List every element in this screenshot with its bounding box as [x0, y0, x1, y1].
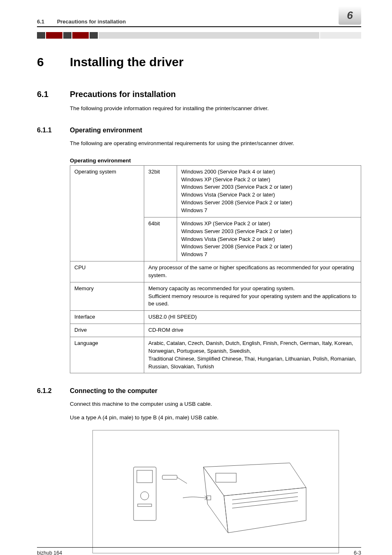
- running-header-title: Precautions for installation: [57, 18, 126, 25]
- footer-left: bizhub 164: [37, 550, 62, 555]
- header-rule: [37, 26, 361, 27]
- os-32-value: Windows 2000 (Service Pack 4 or later) W…: [177, 165, 361, 217]
- svg-point-10: [141, 492, 149, 500]
- interface-value: USB2.0 (HI SPEED): [144, 311, 361, 324]
- svg-marker-0: [203, 463, 306, 496]
- svg-line-3: [232, 493, 298, 500]
- section-heading-title: Precautions for installation: [70, 90, 176, 99]
- subsection-611-number: 6.1.1: [37, 127, 70, 134]
- os-label: Operating system: [70, 165, 144, 261]
- os-32-label: 32bit: [144, 165, 177, 217]
- cpu-label: CPU: [70, 261, 144, 282]
- chapter-heading-title: Installing the driver: [70, 55, 184, 69]
- table-row: Drive CD-ROM drive: [70, 324, 361, 337]
- interface-label: Interface: [70, 311, 144, 324]
- table-row: CPU Any processor of the same or higher …: [70, 261, 361, 282]
- language-value: Arabic, Catalan, Czech, Danish, Dutch, E…: [144, 337, 361, 373]
- memory-value: Memory capacity as recommended for your …: [144, 282, 361, 311]
- drive-value: CD-ROM drive: [144, 324, 361, 337]
- operating-environment-table: Operating system 32bit Windows 2000 (Ser…: [70, 165, 361, 374]
- table-row: Interface USB2.0 (HI SPEED): [70, 311, 361, 324]
- footer-right: 6-3: [354, 550, 361, 555]
- svg-rect-11: [138, 504, 152, 506]
- table-row: Operating system 32bit Windows 2000 (Ser…: [70, 165, 361, 217]
- chapter-heading-number: 6: [37, 55, 70, 69]
- running-header-number: 6.1: [37, 18, 55, 25]
- svg-rect-12: [162, 475, 177, 479]
- svg-line-13: [177, 477, 187, 483]
- subsection-612-p1: Connect this machine to the computer usi…: [70, 400, 361, 408]
- svg-marker-1: [224, 488, 306, 533]
- table-row: Memory Memory capacity as recommended fo…: [70, 282, 361, 311]
- table-row: Language Arabic, Catalan, Czech, Danish,…: [70, 337, 361, 373]
- subsection-612-title: Connecting to the computer: [70, 387, 157, 394]
- cpu-value: Any processor of the same or higher spec…: [144, 261, 361, 282]
- section-intro: The following provide information requir…: [70, 105, 361, 113]
- svg-rect-6: [216, 473, 236, 482]
- usb-connection-printer-diagram: [92, 430, 339, 553]
- subsection-611-intro: The following are operating environmenta…: [70, 140, 361, 148]
- os-64-label: 64bit: [144, 217, 177, 261]
- language-label: Language: [70, 337, 144, 373]
- chapter-heading: 6Installing the driver: [37, 55, 361, 69]
- memory-label: Memory: [70, 282, 144, 311]
- chapter-number-badge: 6: [339, 6, 361, 25]
- subsection-611-heading: 6.1.1Operating environment: [37, 127, 361, 134]
- env-table-title: Operating environment: [70, 157, 361, 164]
- running-header: 6.1 Precautions for installation: [37, 18, 126, 25]
- subsection-611-title: Operating environment: [70, 127, 142, 134]
- decorative-banner: [37, 32, 361, 39]
- subsection-612-number: 6.1.2: [37, 387, 70, 395]
- svg-line-5: [232, 501, 298, 508]
- svg-rect-9: [137, 470, 152, 483]
- section-heading: 6.1Precautions for installation: [37, 90, 361, 99]
- section-heading-number: 6.1: [37, 90, 70, 99]
- os-64-value: Windows XP (Service Pack 2 or later) Win…: [177, 217, 361, 261]
- subsection-612-p2: Use a type A (4 pin, male) to type B (4 …: [70, 414, 361, 422]
- svg-line-4: [232, 497, 298, 504]
- subsection-612-heading: 6.1.2Connecting to the computer: [37, 387, 361, 395]
- drive-label: Drive: [70, 324, 144, 337]
